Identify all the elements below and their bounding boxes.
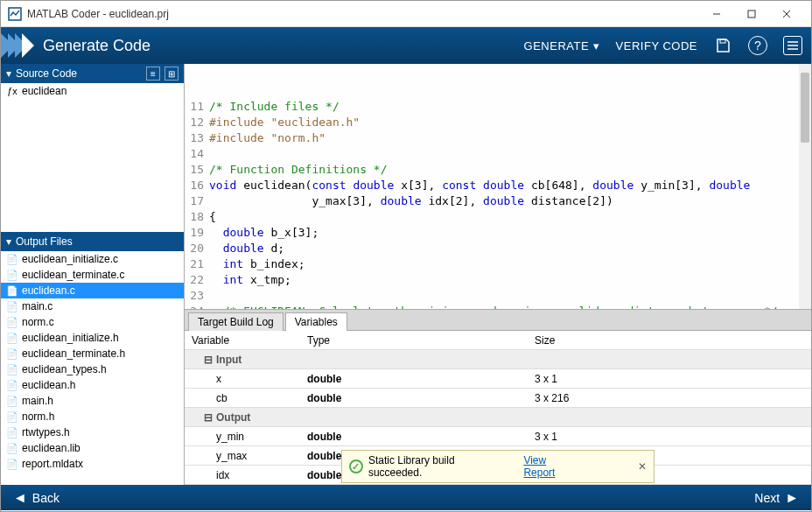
help-icon[interactable]: ?	[748, 36, 767, 55]
scrollbar[interactable]	[799, 64, 811, 309]
close-icon[interactable]: ✕	[638, 460, 647, 473]
dropdown-icon: ▾	[593, 39, 600, 53]
file-icon: 📄	[6, 410, 18, 423]
output-file-item[interactable]: 📄euclidean_initialize.h	[1, 330, 184, 346]
output-file-item[interactable]: 📄report.mldatx	[1, 456, 184, 472]
output-file-item[interactable]: 📄euclidean_terminate.h	[1, 346, 184, 361]
back-button[interactable]: ◄ Back	[13, 490, 60, 506]
svg-rect-2	[748, 11, 755, 18]
output-file-item[interactable]: 📄main.h	[1, 393, 184, 409]
chevron-down-icon[interactable]: ▾	[6, 67, 11, 80]
output-file-item[interactable]: 📄euclidean_terminate.c	[1, 267, 184, 283]
file-icon: 📄	[6, 442, 18, 454]
output-file-item[interactable]: 📄norm.h	[1, 409, 184, 424]
save-icon[interactable]	[713, 36, 732, 55]
app-header: Generate Code GENERATE ▾ VERIFY CODE ?	[1, 27, 811, 64]
arrow-left-icon: ◄	[13, 490, 27, 506]
verify-code-button[interactable]: VERIFY CODE	[616, 39, 697, 53]
bottom-tabs: Target Build Log Variables	[185, 309, 811, 330]
output-files-header: ▾ Output Files	[1, 232, 184, 251]
close-button[interactable]	[769, 2, 804, 26]
output-file-item[interactable]: 📄euclidean_initialize.c	[1, 251, 184, 267]
file-icon: 📄	[6, 269, 18, 281]
success-icon: ✓	[349, 459, 363, 473]
table-row[interactable]: xdouble3 x 1	[185, 369, 811, 389]
output-file-item[interactable]: 📄euclidean.c	[1, 283, 184, 298]
code-editor[interactable]: 11/* Include files */12#include "euclide…	[185, 64, 811, 309]
table-row[interactable]: cbdouble3 x 216	[185, 389, 811, 408]
tree-view-icon[interactable]: ⊞	[164, 67, 178, 81]
file-icon: 📄	[6, 379, 18, 391]
editor-panel: 11/* Include files */12#include "euclide…	[185, 64, 811, 485]
app-icon	[8, 7, 22, 21]
output-file-item[interactable]: 📄euclidean.h	[1, 377, 184, 393]
arrow-right-icon: ►	[785, 490, 799, 506]
tab-variables[interactable]: Variables	[285, 312, 347, 331]
file-icon: 📄	[6, 347, 18, 360]
collapse-icon[interactable]: ⊟	[204, 411, 213, 424]
file-icon: 📄	[6, 316, 18, 328]
file-icon: 📄	[6, 363, 18, 375]
source-code-header: ▾ Source Code ≡ ⊞	[1, 64, 184, 83]
window-title: MATLAB Coder - euclidean.prj	[27, 8, 699, 20]
window-titlebar: MATLAB Coder - euclidean.prj	[1, 1, 811, 27]
file-icon: 📄	[6, 300, 18, 312]
output-file-item[interactable]: 📄norm.c	[1, 314, 184, 330]
maximize-button[interactable]	[734, 2, 769, 26]
file-icon: 📄	[6, 253, 18, 265]
tab-target-build-log[interactable]: Target Build Log	[188, 312, 284, 331]
footer: ◄ Back Next ►	[1, 485, 811, 510]
view-report-link[interactable]: View Report	[523, 454, 580, 479]
function-icon: ƒx	[6, 85, 18, 97]
output-file-item[interactable]: 📄euclidean_types.h	[1, 361, 184, 377]
list-view-icon[interactable]: ≡	[146, 67, 160, 81]
file-icon: 📄	[6, 426, 18, 438]
output-file-item[interactable]: 📄euclidean.lib	[1, 440, 184, 456]
sidebar: ▾ Source Code ≡ ⊞ ƒxeuclidean ▾ Output F…	[1, 64, 185, 485]
minimize-button[interactable]	[699, 2, 734, 26]
menu-icon[interactable]	[783, 36, 802, 55]
step-chevrons-icon	[6, 33, 34, 58]
collapse-icon[interactable]: ⊟	[204, 354, 213, 366]
table-row[interactable]: y_mindouble3 x 1	[185, 427, 811, 446]
file-icon: 📄	[6, 458, 18, 470]
output-file-item[interactable]: 📄rtwtypes.h	[1, 424, 184, 440]
chevron-down-icon[interactable]: ▾	[6, 235, 11, 248]
file-icon: 📄	[6, 284, 18, 297]
file-icon: 📄	[6, 395, 18, 407]
output-file-item[interactable]: 📄main.c	[1, 298, 184, 314]
build-status-toast: ✓ Static Library build succeeded. View R…	[341, 450, 654, 483]
next-button[interactable]: Next ►	[754, 490, 799, 506]
generate-button[interactable]: GENERATE ▾	[524, 39, 600, 53]
file-icon: 📄	[6, 332, 18, 344]
source-file-item[interactable]: ƒxeuclidean	[1, 83, 184, 99]
page-title: Generate Code	[43, 37, 524, 55]
